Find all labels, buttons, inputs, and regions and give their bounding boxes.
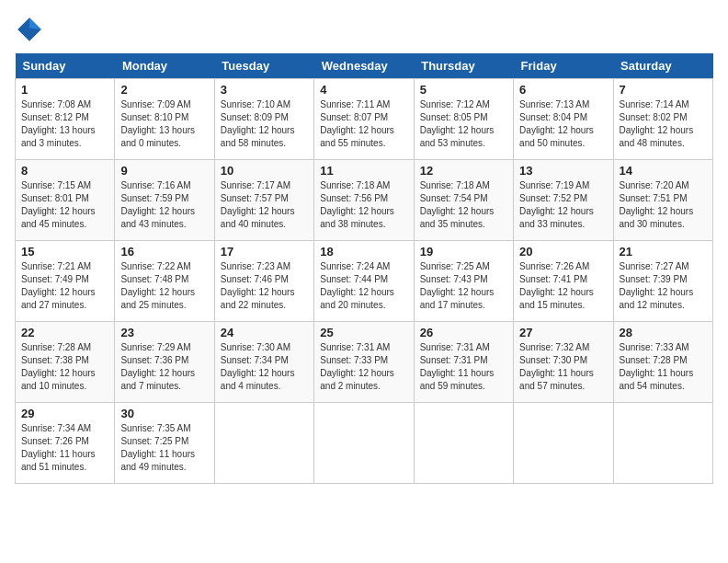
calendar-week-3: 15 Sunrise: 7:21 AM Sunset: 7:49 PM Dayl… xyxy=(16,241,713,322)
day-number: 9 xyxy=(120,164,208,178)
table-row: 18 Sunrise: 7:24 AM Sunset: 7:44 PM Dayl… xyxy=(314,241,414,322)
table-row xyxy=(613,403,712,484)
sunset-label: Sunset: 7:34 PM xyxy=(221,355,289,365)
daylight-label: Daylight: 11 hours and 57 minutes. xyxy=(519,368,594,391)
sunrise-label: Sunrise: 7:10 AM xyxy=(221,99,290,109)
day-info: Sunrise: 7:27 AM Sunset: 7:39 PM Dayligh… xyxy=(620,260,707,312)
sunset-label: Sunset: 8:12 PM xyxy=(21,112,89,122)
table-row: 16 Sunrise: 7:22 AM Sunset: 7:48 PM Dayl… xyxy=(115,241,214,322)
table-row: 11 Sunrise: 7:18 AM Sunset: 7:56 PM Dayl… xyxy=(314,160,414,241)
sunset-label: Sunset: 8:04 PM xyxy=(519,112,587,122)
sunset-label: Sunset: 7:36 PM xyxy=(120,355,188,365)
header-row: Sunday Monday Tuesday Wednesday Thursday… xyxy=(16,53,713,79)
day-info: Sunrise: 7:21 AM Sunset: 7:49 PM Dayligh… xyxy=(21,260,108,312)
sunset-label: Sunset: 7:30 PM xyxy=(519,355,587,365)
day-info: Sunrise: 7:31 AM Sunset: 7:31 PM Dayligh… xyxy=(420,341,507,393)
sunset-label: Sunset: 7:38 PM xyxy=(21,355,89,365)
day-info: Sunrise: 7:28 AM Sunset: 7:38 PM Dayligh… xyxy=(21,341,108,393)
sunset-label: Sunset: 8:01 PM xyxy=(21,193,89,203)
table-row: 9 Sunrise: 7:16 AM Sunset: 7:59 PM Dayli… xyxy=(115,160,214,241)
daylight-label: Daylight: 12 hours and 43 minutes. xyxy=(120,206,195,229)
daylight-label: Daylight: 11 hours and 49 minutes. xyxy=(120,449,195,472)
daylight-label: Daylight: 12 hours and 35 minutes. xyxy=(420,206,495,229)
calendar-week-5: 29 Sunrise: 7:34 AM Sunset: 7:26 PM Dayl… xyxy=(16,403,713,484)
sunrise-label: Sunrise: 7:23 AM xyxy=(221,261,290,271)
svg-marker-1 xyxy=(29,17,41,29)
col-wednesday: Wednesday xyxy=(314,53,414,79)
day-info: Sunrise: 7:33 AM Sunset: 7:28 PM Dayligh… xyxy=(620,341,707,393)
col-friday: Friday xyxy=(514,53,613,79)
sunrise-label: Sunrise: 7:18 AM xyxy=(420,180,490,190)
day-number: 8 xyxy=(21,164,108,178)
daylight-label: Daylight: 12 hours and 53 minutes. xyxy=(420,125,495,148)
day-info: Sunrise: 7:08 AM Sunset: 8:12 PM Dayligh… xyxy=(21,98,108,150)
day-number: 12 xyxy=(420,164,507,178)
daylight-label: Daylight: 13 hours and 0 minutes. xyxy=(120,125,195,148)
logo-icon xyxy=(15,15,44,44)
sunset-label: Sunset: 7:43 PM xyxy=(420,274,488,284)
sunrise-label: Sunrise: 7:27 AM xyxy=(620,261,689,271)
day-info: Sunrise: 7:19 AM Sunset: 7:52 PM Dayligh… xyxy=(519,179,607,231)
day-info: Sunrise: 7:24 AM Sunset: 7:44 PM Dayligh… xyxy=(320,260,407,312)
day-number: 5 xyxy=(420,83,507,97)
calendar-week-1: 1 Sunrise: 7:08 AM Sunset: 8:12 PM Dayli… xyxy=(16,79,713,160)
day-info: Sunrise: 7:23 AM Sunset: 7:46 PM Dayligh… xyxy=(221,260,308,312)
daylight-label: Daylight: 12 hours and 40 minutes. xyxy=(221,206,295,229)
sunrise-label: Sunrise: 7:29 AM xyxy=(120,342,190,352)
sunrise-label: Sunrise: 7:14 AM xyxy=(620,99,689,109)
day-number: 26 xyxy=(420,326,507,339)
table-row: 22 Sunrise: 7:28 AM Sunset: 7:38 PM Dayl… xyxy=(16,322,115,403)
day-info: Sunrise: 7:14 AM Sunset: 8:02 PM Dayligh… xyxy=(620,98,707,150)
day-number: 3 xyxy=(221,83,308,97)
table-row: 28 Sunrise: 7:33 AM Sunset: 7:28 PM Dayl… xyxy=(613,322,712,403)
sunrise-label: Sunrise: 7:22 AM xyxy=(120,261,190,271)
sunrise-label: Sunrise: 7:31 AM xyxy=(320,342,390,352)
table-row: 17 Sunrise: 7:23 AM Sunset: 7:46 PM Dayl… xyxy=(214,241,313,322)
daylight-label: Daylight: 11 hours and 51 minutes. xyxy=(21,449,96,472)
day-number: 29 xyxy=(21,407,108,420)
day-info: Sunrise: 7:31 AM Sunset: 7:33 PM Dayligh… xyxy=(320,341,407,393)
day-info: Sunrise: 7:22 AM Sunset: 7:48 PM Dayligh… xyxy=(120,260,208,312)
daylight-label: Daylight: 12 hours and 50 minutes. xyxy=(519,125,594,148)
table-row: 3 Sunrise: 7:10 AM Sunset: 8:09 PM Dayli… xyxy=(214,79,313,160)
daylight-label: Daylight: 12 hours and 22 minutes. xyxy=(221,287,295,310)
sunset-label: Sunset: 8:09 PM xyxy=(221,112,289,122)
col-sunday: Sunday xyxy=(16,53,115,79)
daylight-label: Daylight: 12 hours and 38 minutes. xyxy=(320,206,394,229)
daylight-label: Daylight: 12 hours and 33 minutes. xyxy=(519,206,594,229)
sunset-label: Sunset: 7:48 PM xyxy=(120,274,188,284)
sunset-label: Sunset: 8:07 PM xyxy=(320,112,388,122)
day-info: Sunrise: 7:09 AM Sunset: 8:10 PM Dayligh… xyxy=(120,98,208,150)
day-number: 21 xyxy=(620,245,707,259)
day-number: 18 xyxy=(320,245,407,259)
day-info: Sunrise: 7:34 AM Sunset: 7:26 PM Dayligh… xyxy=(21,422,108,474)
calendar-body: 1 Sunrise: 7:08 AM Sunset: 8:12 PM Dayli… xyxy=(16,79,713,484)
sunset-label: Sunset: 7:57 PM xyxy=(221,193,289,203)
day-info: Sunrise: 7:13 AM Sunset: 8:04 PM Dayligh… xyxy=(519,98,607,150)
day-info: Sunrise: 7:26 AM Sunset: 7:41 PM Dayligh… xyxy=(519,260,607,312)
day-number: 16 xyxy=(120,245,208,259)
sunrise-label: Sunrise: 7:12 AM xyxy=(420,99,490,109)
table-row: 14 Sunrise: 7:20 AM Sunset: 7:51 PM Dayl… xyxy=(613,160,712,241)
day-number: 6 xyxy=(519,83,607,97)
sunrise-label: Sunrise: 7:16 AM xyxy=(120,180,190,190)
daylight-label: Daylight: 12 hours and 30 minutes. xyxy=(620,206,694,229)
calendar-header: Sunday Monday Tuesday Wednesday Thursday… xyxy=(16,53,713,79)
sunset-label: Sunset: 7:39 PM xyxy=(620,274,688,284)
table-row xyxy=(414,403,513,484)
sunrise-label: Sunrise: 7:31 AM xyxy=(420,342,490,352)
day-number: 19 xyxy=(420,245,507,259)
sunrise-label: Sunrise: 7:21 AM xyxy=(21,261,91,271)
table-row: 25 Sunrise: 7:31 AM Sunset: 7:33 PM Dayl… xyxy=(314,322,414,403)
table-row: 19 Sunrise: 7:25 AM Sunset: 7:43 PM Dayl… xyxy=(414,241,513,322)
sunrise-label: Sunrise: 7:13 AM xyxy=(519,99,589,109)
sunset-label: Sunset: 7:41 PM xyxy=(519,274,587,284)
day-info: Sunrise: 7:35 AM Sunset: 7:25 PM Dayligh… xyxy=(120,422,208,474)
table-row: 29 Sunrise: 7:34 AM Sunset: 7:26 PM Dayl… xyxy=(16,403,115,484)
day-number: 30 xyxy=(120,407,208,420)
daylight-label: Daylight: 12 hours and 4 minutes. xyxy=(221,368,295,391)
day-info: Sunrise: 7:18 AM Sunset: 7:56 PM Dayligh… xyxy=(320,179,407,231)
day-number: 25 xyxy=(320,326,407,339)
col-thursday: Thursday xyxy=(414,53,513,79)
daylight-label: Daylight: 12 hours and 15 minutes. xyxy=(519,287,594,310)
